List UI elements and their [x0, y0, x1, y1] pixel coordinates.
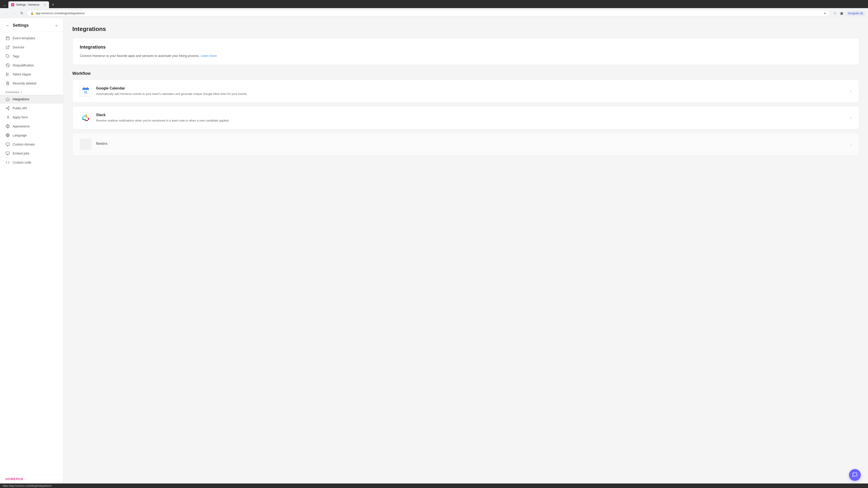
tag-icon [5, 54, 10, 59]
google-calendar-logo: 31 [80, 85, 92, 97]
plug-icon [5, 97, 10, 101]
sidebar-item-integrations[interactable]: Integrations [0, 95, 63, 104]
sidebar-item-tags[interactable]: Tags [0, 52, 63, 61]
scissors-icon [5, 72, 10, 76]
app-layout: ← Settings « Event templates [0, 18, 868, 484]
tab-title: Settings - Homerun [16, 3, 42, 6]
sidebar-item-custom-domain[interactable]: Custom domain [0, 140, 63, 149]
sidebar-item-label: Custom code [13, 161, 58, 164]
sidebar-toggle-button[interactable]: ▣ [839, 10, 845, 16]
sidebar-title: Settings [13, 23, 29, 28]
svg-point-24 [6, 125, 9, 128]
svg-rect-46 [86, 120, 88, 121]
sidebar-item-apply-form[interactable]: Apply form [0, 113, 63, 122]
sidebar-item-sources[interactable]: Sources [0, 43, 63, 52]
svg-rect-36 [83, 89, 89, 90]
svg-text:31: 31 [84, 90, 88, 94]
tab-favicon: H [11, 3, 14, 6]
incognito-badge: Incognito (3) [846, 11, 865, 16]
forward-button[interactable]: → [11, 10, 17, 16]
sidebar-item-recently-deleted[interactable]: Recently deleted [0, 79, 63, 88]
svg-rect-40 [81, 113, 91, 123]
nmbrs-name: Nmbrs [96, 142, 846, 146]
homerun-logo: HOMERUN [5, 477, 23, 481]
sidebar-item-label: Public API [13, 106, 58, 110]
customize-section-label[interactable]: Customize ▾ [0, 88, 63, 95]
sidebar-item-label: Event templates [13, 36, 58, 40]
appearance-icon [5, 124, 10, 129]
svg-line-11 [8, 75, 9, 76]
new-tab-button[interactable]: + [50, 2, 56, 8]
svg-line-7 [6, 64, 9, 67]
google-calendar-info: Google Calendar Automatically add Homeru… [96, 86, 846, 96]
svg-rect-42 [84, 116, 86, 117]
sidebar-nav: Event templates Sources Tags [0, 32, 63, 474]
slack-integration-card[interactable]: Slack Receive realtime notifications whe… [72, 106, 859, 129]
back-button[interactable]: ← [3, 10, 9, 16]
svg-rect-43 [86, 114, 87, 117]
status-bar: https://app.homerun.co/settings/integrat… [0, 484, 868, 488]
address-bar[interactable]: 🔒 app.homerun.co/settings/integrations/ … [26, 10, 830, 17]
svg-rect-44 [86, 117, 88, 118]
tab-control-btn[interactable]: ⌄ [2, 2, 7, 8]
tab-close-button[interactable]: × [43, 3, 46, 7]
chat-button[interactable] [849, 469, 861, 481]
slack-info: Slack Receive realtime notifications whe… [96, 113, 846, 123]
back-to-app-button[interactable]: ← Settings [5, 23, 29, 28]
disqualification-icon [5, 63, 10, 68]
sidebar-item-label: Disqualification [13, 64, 58, 67]
page-title: Integrations [72, 26, 859, 33]
svg-line-16 [7, 108, 8, 109]
sidebar-item-label: Integrations [13, 97, 58, 101]
sidebar-item-label: Custom domain [13, 142, 58, 146]
svg-rect-47 [85, 119, 86, 121]
info-card-description: Connect Homerun to your favorite apps an… [80, 53, 851, 58]
svg-rect-30 [6, 152, 9, 154]
nmbrs-info: Nmbrs [96, 142, 846, 147]
bookmark-button[interactable]: ☆ [832, 10, 838, 16]
info-card-title: Integrations [80, 44, 851, 50]
sidebar-item-public-api[interactable]: Public API [0, 104, 63, 113]
sidebar-item-label: Appearance [13, 125, 58, 128]
sidebar-item-language[interactable]: Language [0, 131, 63, 140]
google-calendar-integration-card[interactable]: 31 Google Calendar Automatically add Hom… [72, 79, 859, 103]
sidebar-item-label: Sources [13, 45, 58, 49]
calendar-icon [5, 36, 10, 40]
svg-rect-41 [82, 117, 84, 119]
workflow-section-title: Workflow [72, 71, 859, 76]
status-url: https://app.homerun.co/settings/integrat… [3, 484, 52, 487]
nmbrs-integration-card[interactable]: Nmbrs › [72, 133, 859, 156]
sidebar-item-appearance[interactable]: Appearance [0, 122, 63, 131]
sidebar-item-embed-jobs[interactable]: Embed jobs [0, 149, 63, 158]
google-calendar-name: Google Calendar [96, 86, 846, 90]
sidebar-item-custom-code[interactable]: Custom code [0, 158, 63, 167]
sidebar-item-label: Recently deleted [13, 82, 58, 85]
tab-bar: ⌄ H Settings - Homerun × + [0, 1, 868, 8]
custom-domain-icon [5, 142, 10, 147]
sidebar-footer: HOMERUN [0, 474, 63, 484]
svg-rect-27 [6, 143, 9, 145]
nmbrs-logo [80, 138, 92, 150]
sidebar-header: ← Settings « [0, 18, 63, 32]
sidebar-item-talent-clipper[interactable]: Talent clipper [0, 70, 63, 79]
sources-icon [5, 45, 10, 50]
address-text: app.homerun.co/settings/integrations/ [36, 11, 822, 15]
sidebar-item-disqualification[interactable]: Disqualification [0, 61, 63, 70]
sidebar: ← Settings « Event templates [0, 18, 63, 484]
slack-arrow-icon: › [850, 116, 851, 120]
back-arrow-icon: ← [5, 23, 10, 28]
form-icon [5, 115, 10, 120]
svg-line-17 [7, 107, 8, 108]
sidebar-item-label: Embed jobs [13, 152, 58, 155]
svg-rect-45 [88, 118, 89, 120]
svg-point-13 [8, 107, 9, 108]
svg-point-14 [6, 108, 7, 109]
browser-tab-active[interactable]: H Settings - Homerun × [8, 1, 49, 8]
learn-more-link[interactable]: Learn more [201, 54, 217, 58]
sidebar-item-event-templates[interactable]: Event templates [0, 34, 63, 43]
refresh-button[interactable]: ↻ [19, 10, 25, 16]
collapse-sidebar-button[interactable]: « [55, 23, 58, 28]
svg-point-15 [8, 109, 9, 110]
sidebar-item-label: Apply form [13, 116, 58, 119]
trash-icon [5, 81, 10, 86]
